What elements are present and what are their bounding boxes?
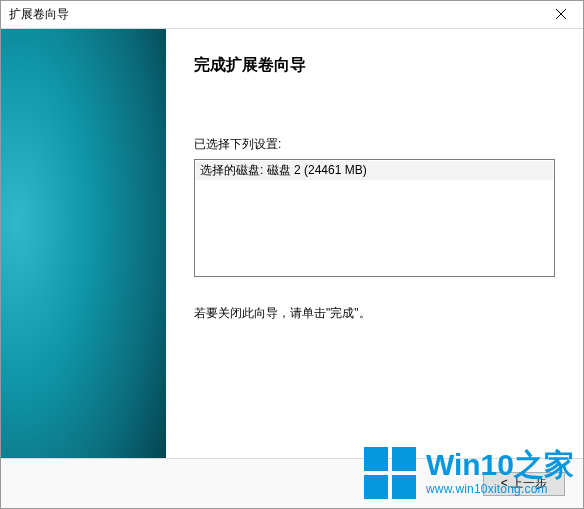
wizard-side-banner [1, 29, 166, 458]
close-button[interactable] [538, 1, 583, 29]
page-heading: 完成扩展卷向导 [194, 55, 555, 76]
back-button[interactable]: < 上一步 [483, 472, 565, 496]
settings-listbox[interactable]: 选择的磁盘: 磁盘 2 (24461 MB) [194, 159, 555, 277]
wizard-window: 扩展卷向导 完成扩展卷向导 已选择下列设置: 选择的磁盘: 磁盘 2 (2446… [0, 0, 584, 509]
settings-label: 已选择下列设置: [194, 136, 555, 153]
window-title: 扩展卷向导 [9, 6, 69, 23]
titlebar: 扩展卷向导 [1, 1, 583, 29]
back-button-label: < 上一步 [501, 475, 547, 492]
content-area: 完成扩展卷向导 已选择下列设置: 选择的磁盘: 磁盘 2 (24461 MB) … [1, 29, 583, 458]
list-item[interactable]: 选择的磁盘: 磁盘 2 (24461 MB) [196, 161, 553, 180]
close-icon [556, 8, 566, 22]
footer-bar: < 上一步 [1, 458, 583, 508]
close-instruction: 若要关闭此向导，请单击"完成"。 [194, 305, 555, 322]
main-panel: 完成扩展卷向导 已选择下列设置: 选择的磁盘: 磁盘 2 (24461 MB) … [166, 29, 583, 458]
